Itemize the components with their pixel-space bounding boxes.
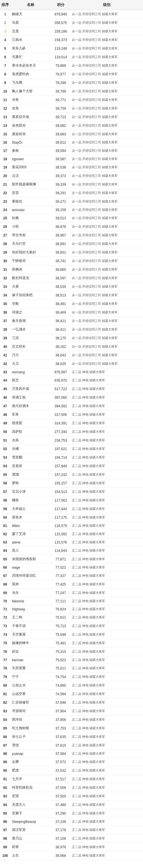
cell-name: wage	[10, 563, 51, 571]
cell-level: 正二品 神地 镇疆大将军	[71, 630, 143, 639]
cell-level: 从一品 开府仪同三司 镇疆大将军	[71, 351, 143, 360]
cell-score: 76,924	[51, 605, 71, 613]
header-name: 名称	[10, 0, 51, 10]
cell-name: 乃力	[10, 351, 51, 360]
table-row: 47 南方好酒木 394,582 正二品 神地 镇疆大将军	[0, 402, 143, 410]
cell-score: 116,579	[51, 522, 71, 530]
cell-score: 37,615	[51, 741, 71, 750]
cell-name: wooxiao	[10, 206, 51, 214]
cell-score: 38,025	[51, 360, 71, 368]
table-row: 35 空船 38,491 从一品 开府仪同三司 镇疆大将军	[0, 300, 143, 308]
cell-name: 飞马腾	[10, 79, 51, 87]
cell-name: 寻源将尚	[10, 707, 51, 715]
cell-level: 正二品 神地 镇疆大将军	[71, 496, 143, 505]
cell-rank: 15	[0, 130, 10, 138]
cell-rank: 45	[0, 385, 10, 393]
cell-rank: 42	[0, 360, 10, 368]
cell-rank: 68	[0, 580, 10, 589]
cell-level: 正二品 神地 镇疆大将军	[71, 741, 143, 750]
cell-level: 正二品 神地 镇疆大将军	[71, 436, 143, 445]
cell-score: 38,851	[51, 248, 71, 257]
table-row: 98 唐乃山 37,106 正二品 神地 镇疆大将军	[0, 834, 143, 843]
cell-name: 武情对待退治忆	[10, 571, 51, 580]
cell-name: 芝麻子	[10, 809, 51, 818]
table-row: 94 无需主人 37,480 正二品 神地 镇疆大将军	[0, 801, 143, 809]
table-row: 60 雷色木 117,175 正二品 神地 镇疆大将军	[0, 513, 143, 522]
cell-name: 子泰不谙	[10, 622, 51, 630]
cell-score: 38,175	[51, 334, 71, 342]
table-row: 80 心加止水 74,680 正二品 神地 镇疆大将军	[0, 681, 143, 690]
cell-level: 正二品 神地 镇疆大将军	[71, 673, 143, 681]
cell-level: 正二品 神地 镇疆大将军	[71, 505, 143, 513]
cell-score: 38,491	[51, 300, 71, 308]
cell-level: 从一品 开府仪同三司 镇疆大将军	[71, 172, 143, 180]
cell-name: fakeone	[10, 597, 51, 605]
table-row: 10 枫人像个大密 39,789 从一品 开府仪同三司 镇疆大将军	[0, 87, 143, 96]
cell-name: 触碰天	[10, 10, 51, 19]
cell-name: 大黄	[10, 282, 51, 291]
cell-level: 正二品 神地 镇疆大将军	[71, 393, 143, 402]
cell-level: 从一品 开府仪同三司 镇疆大将军	[71, 155, 143, 163]
cell-name: 你好我好大家好	[10, 248, 51, 257]
cell-score: 38,967	[51, 231, 71, 240]
cell-score: 38,535	[51, 282, 71, 291]
cell-score: 38,411	[51, 325, 71, 334]
cell-score: 159,186	[51, 27, 71, 36]
cell-score: 75,713	[51, 622, 71, 630]
cell-score: 75,599	[51, 630, 71, 639]
table-row: 88 yuanap 37,584 正二品 神地 镇疆大将军	[0, 750, 143, 758]
cell-name: 寒冷末必在冬天	[10, 61, 51, 70]
cell-rank: 61	[0, 522, 10, 530]
cell-name: 宝贝小涛	[10, 488, 51, 496]
table-row: 25 杜枫 39,013 从一品 开府仪同三司 镇疆大将军	[0, 214, 143, 222]
cell-level: 正二品 神地 镇疆大将军	[71, 681, 143, 690]
cell-rank: 1	[0, 10, 10, 19]
cell-score: 39,683	[51, 130, 71, 138]
cell-score: 75,011	[51, 664, 71, 673]
cell-name: 军务	[10, 410, 51, 419]
table-row: 81 山远空寒 74,584 正二品 神地 镇疆大将军	[0, 690, 143, 698]
cell-name: 老虎爱吃肉	[10, 70, 51, 79]
cell-level: 正二品 神地 镇疆大将军	[71, 513, 143, 522]
cell-score: 155,157	[51, 479, 71, 488]
cell-score: 38,741	[51, 257, 71, 265]
cell-score: 38,978	[51, 222, 71, 231]
cell-name: SlayOr	[10, 138, 51, 147]
cell-name: 亲酒工热	[10, 393, 51, 402]
table-row: 34 缘子你回来吧 38,513 从一品 开府仪同三司 镇疆大将军	[0, 291, 143, 300]
cell-rank: 49	[0, 419, 10, 428]
cell-rank: 64	[0, 547, 10, 555]
cell-score: 37,238	[51, 818, 71, 826]
cell-name: 橘鱼	[10, 496, 51, 505]
cell-score: 158,373	[51, 36, 71, 44]
cell-name: 宁静彼岸	[10, 257, 51, 265]
cell-rank: 92	[0, 783, 10, 792]
cell-name: 小疾	[10, 222, 51, 231]
cell-name: 仁谷镇修官	[10, 698, 51, 707]
cell-level: 从一品 开府仪同三司 镇疆大将军	[71, 121, 143, 130]
cell-level: 从一品 开府仪同三司 镇疆大将军	[71, 138, 143, 147]
cell-level: 从一品 开府仪同三司 镇疆大将军	[71, 10, 143, 19]
cell-rank: 86	[0, 733, 10, 741]
cell-score: 77,425	[51, 580, 71, 589]
cell-score: 37,290	[51, 809, 71, 818]
cell-score: 39,291	[51, 189, 71, 197]
cell-score: 37,572	[51, 758, 71, 766]
cell-score: 75,491	[51, 639, 71, 648]
cell-name: 马震	[10, 19, 51, 27]
cell-score: 75,315	[51, 648, 71, 656]
cell-rank: 10	[0, 87, 10, 96]
cell-rank: 97	[0, 826, 10, 834]
cell-name: 七月半	[10, 775, 51, 783]
cell-name: 吃土拖蛤蟆	[10, 724, 51, 733]
cell-rank: 66	[0, 563, 10, 571]
cell-rank: 50	[0, 428, 10, 436]
table-row: 67 武情对待退治忆 77,427 正二品 神地 镇疆大将军	[0, 571, 143, 580]
cell-rank: 99	[0, 843, 10, 851]
cell-level: 正二品 神地 镇疆大将军	[71, 428, 143, 436]
cell-name: 高人	[10, 547, 51, 555]
cell-score: 37,856	[51, 715, 71, 724]
cell-name: 空船	[10, 300, 51, 308]
cell-level: 正二品 神地 镇疆大将军	[71, 488, 143, 496]
cell-name: 韭鱼	[10, 104, 51, 113]
